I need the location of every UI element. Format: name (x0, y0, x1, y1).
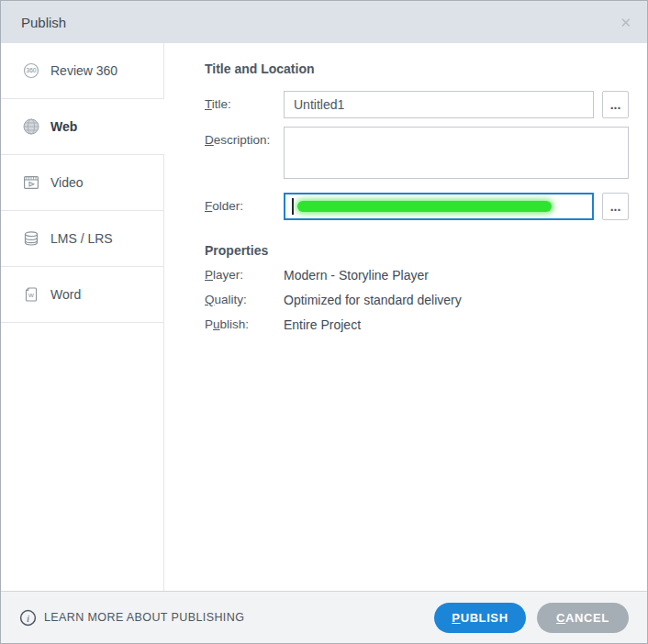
publish-scope-value[interactable]: Entire Project (284, 316, 361, 334)
sidebar-item-word[interactable]: w Word (1, 267, 164, 323)
sidebar-item-label: Web (50, 119, 77, 134)
info-icon: i (19, 609, 37, 627)
dialog-title: Publish (21, 15, 66, 30)
folder-field-row: Folder: ... (205, 193, 629, 220)
property-row-publish: Publish: Entire Project (205, 316, 629, 334)
cancel-button[interactable]: CANCEL (537, 603, 629, 633)
publish-button[interactable]: PUBLISH (434, 603, 526, 633)
title-input[interactable] (284, 91, 594, 118)
sidebar-item-web[interactable]: Web (1, 99, 164, 155)
quality-label: Quality: (205, 291, 284, 309)
publish-scope-label: Publish: (205, 316, 284, 334)
sidebar: 360 Review 360 Web Video LMS / (1, 43, 164, 591)
svg-text:i: i (27, 612, 29, 623)
sidebar-item-lms-lrs[interactable]: LMS / LRS (1, 211, 164, 267)
sidebar-item-label: Video (50, 175, 84, 190)
dialog-titlebar[interactable]: Publish ✕ (1, 1, 647, 43)
section-title-and-location: Title and Location (205, 61, 629, 76)
folder-input[interactable] (284, 193, 594, 220)
title-browse-button[interactable]: ... (602, 91, 629, 118)
close-icon[interactable]: ✕ (620, 16, 631, 29)
folder-browse-button[interactable]: ... (602, 193, 629, 220)
description-input[interactable] (284, 127, 629, 179)
player-value[interactable]: Modern - Storyline Player (284, 266, 429, 284)
property-row-player: Player: Modern - Storyline Player (205, 266, 629, 284)
sidebar-item-label: Review 360 (50, 63, 117, 78)
video-icon (22, 173, 40, 192)
redaction-marker (297, 201, 552, 212)
svg-text:w: w (28, 291, 34, 299)
description-field-row: Description: (205, 127, 629, 179)
word-document-icon: w (22, 285, 40, 304)
svg-text:360: 360 (27, 67, 37, 73)
sidebar-filler (1, 323, 164, 591)
review-360-icon: 360 (22, 61, 40, 80)
dialog-body: 360 Review 360 Web Video LMS / (1, 43, 647, 591)
properties-section: Properties Player: Modern - Storyline Pl… (205, 243, 629, 334)
sidebar-item-label: Word (50, 287, 81, 302)
publish-dialog: Publish ✕ 360 Review 360 Web Vide (0, 0, 648, 644)
title-label: Title: (205, 91, 284, 118)
section-properties: Properties (205, 243, 629, 258)
folder-label: Folder: (205, 193, 284, 220)
globe-icon (22, 117, 40, 136)
property-row-quality: Quality: Optimized for standard delivery (205, 291, 629, 309)
description-label: Description: (205, 127, 284, 179)
sidebar-item-review-360[interactable]: 360 Review 360 (1, 43, 164, 99)
publish-form-panel: Title and Location Title: ... Descriptio… (164, 43, 648, 591)
quality-value[interactable]: Optimized for standard delivery (284, 291, 462, 309)
player-label: Player: (205, 266, 284, 284)
learn-more-label: LEARN MORE ABOUT PUBLISHING (44, 611, 244, 624)
footer-buttons: PUBLISH CANCEL (434, 603, 629, 633)
dialog-footer: i LEARN MORE ABOUT PUBLISHING PUBLISH CA… (1, 591, 647, 643)
sidebar-item-label: LMS / LRS (50, 231, 113, 246)
sidebar-item-video[interactable]: Video (1, 155, 164, 211)
learn-more-link[interactable]: i LEARN MORE ABOUT PUBLISHING (19, 609, 244, 627)
title-field-row: Title: ... (205, 91, 629, 118)
database-icon (22, 229, 40, 248)
text-cursor (292, 198, 294, 215)
